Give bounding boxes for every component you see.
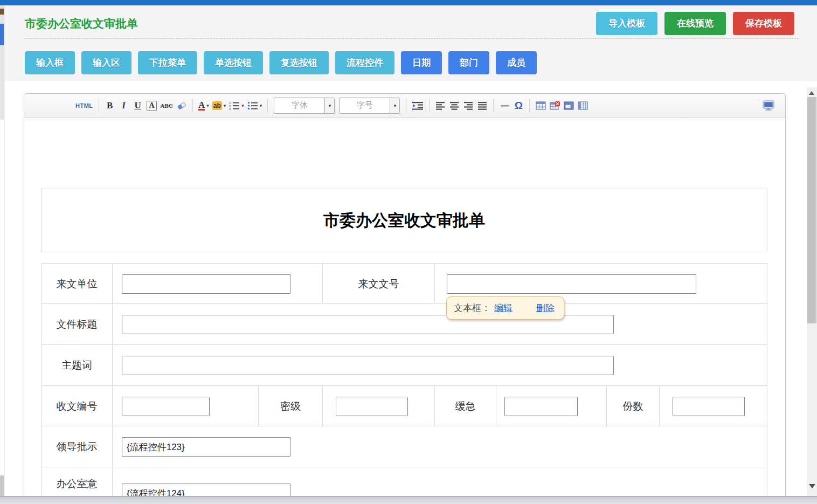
highlight-color-button[interactable]: ab ▾ xyxy=(211,98,228,114)
approval-form-table: 来文单位 来文文号 文件标题 xyxy=(41,263,767,503)
delete-table-button[interactable] xyxy=(548,98,562,114)
scroll-up-arrow-icon[interactable] xyxy=(809,91,814,95)
chevron-down-icon: ▾ xyxy=(241,103,244,108)
label-receipt-no: 收文编号 xyxy=(41,386,113,426)
horizontal-rule-button[interactable]: — xyxy=(497,98,511,114)
table-row: 来文单位 来文文号 xyxy=(41,264,767,304)
palette-department-button[interactable]: 部门 xyxy=(448,51,489,74)
toolbar-separator xyxy=(99,99,99,113)
chevron-down-icon: ▾ xyxy=(224,103,226,108)
table-row: 领导批示 xyxy=(41,426,767,467)
secrecy-input[interactable] xyxy=(336,397,408,416)
table-delete-icon xyxy=(550,101,560,110)
label-doc-number: 来文文号 xyxy=(323,264,435,304)
save-template-button[interactable]: 保存模板 xyxy=(733,12,794,35)
underline-button[interactable]: U xyxy=(131,98,145,114)
app-window: 市委办公室收文审批单 导入模板 在线预览 保存模板 输入框 输入区 下拉菜单 单… xyxy=(0,0,817,504)
align-left-icon xyxy=(435,101,445,110)
palette-member-button[interactable]: 成员 xyxy=(496,51,537,74)
unordered-list-button[interactable]: ▾ xyxy=(246,98,264,114)
align-right-button[interactable] xyxy=(461,98,475,114)
align-center-button[interactable] xyxy=(447,98,461,114)
chevron-down-icon: ▾ xyxy=(324,98,334,113)
table-properties-button[interactable] xyxy=(562,98,576,114)
palette-checkbox-button[interactable]: 复选按钮 xyxy=(269,51,329,74)
cell-leader-comment xyxy=(113,426,767,467)
chevron-down-icon: ▾ xyxy=(260,103,262,108)
palette-radio-button[interactable]: 单选按钮 xyxy=(204,51,263,74)
page-title: 市委办公室收文审批单 xyxy=(25,16,138,31)
edit-link[interactable]: 编辑 xyxy=(494,302,513,314)
palette-input-area-button[interactable]: 输入区 xyxy=(81,51,131,74)
subject-input[interactable] xyxy=(122,356,614,375)
cell-subject xyxy=(113,345,767,386)
ordered-list-icon: 1 2 3 xyxy=(229,101,240,110)
bold-button[interactable]: B xyxy=(103,98,117,114)
table-row: 文件标题 xyxy=(41,304,767,345)
indent-icon xyxy=(412,101,424,110)
copies-input[interactable] xyxy=(673,397,745,416)
label-copies: 份数 xyxy=(607,386,660,426)
justify-button[interactable] xyxy=(475,98,489,114)
cell-receipt-no xyxy=(113,386,259,426)
scroll-down-arrow-icon[interactable] xyxy=(809,484,815,488)
receipt-no-input[interactable] xyxy=(122,397,210,416)
eraser-icon xyxy=(176,101,187,110)
insert-table-button[interactable] xyxy=(534,98,548,114)
toolbar-separator xyxy=(406,99,406,113)
delete-link[interactable]: 删除 xyxy=(536,302,555,314)
font-color-button[interactable]: A ▾ xyxy=(197,98,211,114)
background-window-edge xyxy=(0,5,4,504)
online-preview-button[interactable]: 在线预览 xyxy=(664,12,726,35)
html-source-button[interactable]: HTML xyxy=(74,98,95,114)
toolbar-separator xyxy=(192,99,193,113)
strikethrough-button[interactable]: ABC xyxy=(159,98,175,114)
table-cell-properties-button[interactable] xyxy=(576,98,590,114)
chevron-down-icon: ▾ xyxy=(206,103,209,108)
font-family-select[interactable]: 字体 ▾ xyxy=(274,98,335,114)
table-row: 主题词 xyxy=(41,345,767,386)
window-top-strip xyxy=(0,0,817,5)
palette-flow-control-button[interactable]: 流程控件 xyxy=(335,51,394,74)
special-char-button[interactable]: Ω xyxy=(511,98,525,114)
vertical-scrollbar[interactable] xyxy=(807,87,817,496)
import-template-button[interactable]: 导入模板 xyxy=(596,12,657,35)
ordered-list-button[interactable]: 1 2 3 ▾ xyxy=(227,98,246,114)
table-icon xyxy=(536,101,546,110)
table-row: 收文编号 密级 缓急 份数 xyxy=(41,386,767,426)
toolbar-separator xyxy=(493,99,494,113)
doc-number-input[interactable] xyxy=(447,274,696,294)
align-center-icon xyxy=(449,101,459,110)
indent-button[interactable] xyxy=(410,98,425,114)
textbox-context-tooltip: 文本框： 编辑 删除 xyxy=(446,296,564,320)
label-urgency: 缓急 xyxy=(435,386,496,426)
urgency-input[interactable] xyxy=(504,397,578,416)
tooltip-label: 文本框： xyxy=(454,302,490,314)
source-unit-input[interactable] xyxy=(122,274,290,294)
cell-source-unit xyxy=(113,264,323,304)
palette-input-box-button[interactable]: 输入框 xyxy=(25,51,75,74)
label-secrecy: 密级 xyxy=(259,386,323,426)
font-frame-button[interactable]: A xyxy=(145,98,159,114)
background-window-fragment xyxy=(0,9,4,15)
eraser-button[interactable] xyxy=(175,98,189,114)
editor-canvas[interactable]: 市委办公室收文审批单 来文单位 来文文号 文件标题 xyxy=(24,118,785,503)
leader-comment-input[interactable] xyxy=(122,437,290,457)
italic-button[interactable]: I xyxy=(117,98,131,114)
toolbar-separator xyxy=(267,99,268,113)
font-size-select[interactable]: 字号 ▾ xyxy=(339,98,400,114)
window-bottom-strip xyxy=(0,496,817,504)
monitor-icon xyxy=(762,100,775,111)
align-right-icon xyxy=(463,101,473,110)
palette-dropdown-button[interactable]: 下拉菜单 xyxy=(138,51,197,74)
palette-date-button[interactable]: 日期 xyxy=(401,51,442,74)
fullscreen-button[interactable] xyxy=(760,98,777,114)
rich-text-editor: HTML B I U A ABC A ▾ ab xyxy=(24,93,786,504)
label-leader-comment: 领导批示 xyxy=(41,426,113,467)
scrollbar-thumb[interactable] xyxy=(807,97,816,323)
label-subject: 主题词 xyxy=(41,345,113,386)
background-window-fragment xyxy=(0,120,4,475)
align-left-button[interactable] xyxy=(433,98,447,114)
table-properties-icon xyxy=(564,101,574,110)
cell-copies xyxy=(660,386,767,426)
